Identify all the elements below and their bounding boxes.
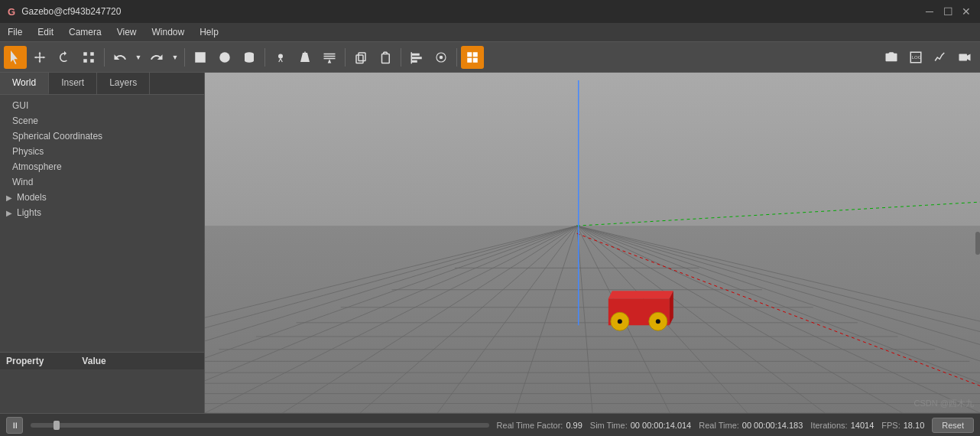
property-col2: Value [82, 356, 105, 366]
progress-bar[interactable] [31, 423, 489, 428]
snap-btn[interactable] [430, 46, 453, 69]
svg-rect-0 [83, 52, 87, 56]
svg-rect-28 [473, 52, 478, 57]
titlebar: G Gazebo@cf943b247720 ─ ☐ ✕ [0, 0, 980, 23]
scale-tool-btn[interactable] [77, 46, 100, 69]
svg-rect-2 [83, 59, 87, 63]
gui-label: GUI [12, 100, 28, 111]
app-icon: G [8, 6, 15, 18]
view-mode-btn[interactable] [461, 46, 484, 69]
resize-handle[interactable] [975, 232, 980, 255]
tree-item-scene[interactable]: Scene [0, 113, 204, 129]
tree-item-spherical[interactable]: Spherical Coordinates [0, 129, 204, 144]
scene-label: Scene [12, 116, 38, 126]
models-label: Models [17, 192, 47, 203]
directional-light-btn[interactable] [318, 46, 341, 69]
screenshot-btn[interactable] [880, 46, 903, 69]
models-arrow: ▶ [6, 194, 12, 202]
point-light-btn[interactable] [269, 46, 292, 69]
tab-layers[interactable]: Layers [97, 73, 150, 94]
spot-light-btn[interactable] [294, 46, 316, 69]
svg-rect-22 [411, 57, 422, 59]
tab-insert[interactable]: Insert [49, 73, 97, 94]
sim-time-label: Sim Time: [590, 421, 628, 430]
svg-marker-12 [300, 53, 310, 62]
svg-rect-18 [359, 53, 365, 61]
menu-file[interactable]: File [0, 23, 30, 41]
viewport[interactable]: CSDN @西木九 [205, 73, 980, 413]
svg-rect-30 [473, 57, 478, 62]
log-btn[interactable]: LOG [904, 46, 927, 69]
tab-world[interactable]: World [0, 73, 49, 94]
svg-marker-17 [328, 59, 332, 63]
close-btn[interactable]: ✕ [960, 5, 972, 18]
undo-btn[interactable] [109, 46, 131, 69]
tree-item-wind[interactable]: Wind [0, 174, 204, 190]
sim-time-value: 00 00:00:14.014 [631, 421, 692, 430]
video-btn[interactable] [953, 46, 976, 69]
tree-item-models[interactable]: ▶ Models [0, 190, 204, 205]
fps-label: FPS: [881, 421, 900, 430]
left-panel: World Insert Layers GUI Scene Spherical … [0, 73, 205, 413]
iter-label: Iterations: [810, 421, 847, 430]
toolbar-right: LOG [880, 46, 976, 69]
svg-rect-21 [411, 53, 420, 55]
real-time-label: Real Time: [699, 421, 739, 430]
redo-dropdown-btn[interactable]: ▼ [170, 46, 180, 69]
menu-edit[interactable]: Edit [30, 23, 61, 41]
paste-btn[interactable] [374, 46, 397, 69]
svg-rect-23 [411, 60, 417, 62]
watermark: CSDN @西木九 [914, 398, 974, 409]
svg-point-9 [278, 54, 283, 58]
wind-label: Wind [12, 177, 33, 187]
svg-rect-20 [382, 54, 390, 63]
svg-rect-4 [195, 52, 206, 63]
lights-arrow: ▶ [6, 209, 12, 217]
titlebar-controls: ─ ☐ ✕ [923, 5, 972, 18]
svg-marker-35 [967, 54, 971, 60]
cylinder-btn[interactable] [238, 46, 261, 69]
titlebar-left: G Gazebo@cf943b247720 [8, 6, 121, 18]
sphere-btn[interactable] [213, 46, 236, 69]
align-left-btn[interactable] [405, 46, 428, 69]
plot-btn[interactable] [929, 46, 952, 69]
box-btn[interactable] [189, 46, 212, 69]
titlebar-title: Gazebo@cf943b247720 [21, 6, 121, 17]
minimize-btn[interactable]: ─ [923, 5, 936, 18]
copy-btn[interactable] [349, 46, 372, 69]
svg-point-8 [245, 59, 254, 63]
pause-btn[interactable]: ⏸ [6, 417, 23, 434]
reset-btn[interactable]: Reset [932, 418, 974, 433]
undo-dropdown-btn[interactable]: ▼ [133, 46, 144, 69]
tree-item-physics[interactable]: Physics [0, 144, 204, 159]
grid-canvas [205, 73, 980, 413]
menu-window[interactable]: Window [144, 23, 193, 41]
menubar: File Edit Camera View Window Help [0, 23, 980, 42]
maximize-btn[interactable]: ☐ [942, 5, 954, 18]
property-col1: Property [6, 356, 44, 366]
menu-help[interactable]: Help [192, 23, 226, 41]
iter-value: 14014 [851, 421, 875, 430]
tree-item-atmosphere[interactable]: Atmosphere [0, 159, 204, 174]
physics-label: Physics [12, 146, 44, 157]
progress-thumb [54, 421, 60, 430]
svg-line-11 [281, 58, 282, 62]
translate-tool-btn[interactable] [28, 46, 51, 69]
rotate-tool-btn[interactable] [53, 46, 76, 69]
svg-rect-29 [467, 57, 472, 62]
toolbar: ▼ ▼ [0, 42, 980, 73]
select-tool-btn[interactable] [4, 46, 27, 69]
svg-line-10 [279, 58, 281, 62]
tree-item-gui[interactable]: GUI [0, 98, 204, 113]
tree-panel: GUI Scene Spherical Coordinates Physics … [0, 95, 204, 352]
menu-view[interactable]: View [109, 23, 144, 41]
tree-item-lights[interactable]: ▶ Lights [0, 205, 204, 220]
redo-btn[interactable] [145, 46, 168, 69]
property-header: Property Value [0, 353, 204, 369]
svg-point-5 [219, 52, 230, 63]
svg-text:LOG: LOG [912, 54, 922, 59]
svg-rect-34 [959, 54, 968, 60]
menu-camera[interactable]: Camera [61, 23, 109, 41]
svg-point-25 [440, 55, 443, 59]
fps: FPS: 18.10 [881, 421, 924, 430]
